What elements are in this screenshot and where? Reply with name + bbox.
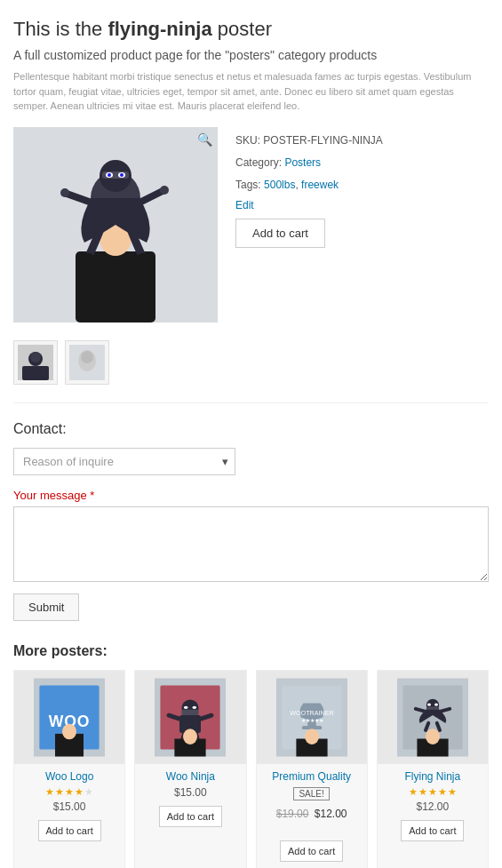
poster2-svg (155, 671, 226, 764)
add-to-cart-button[interactable]: Add to cart (235, 219, 325, 248)
category-link[interactable]: Posters (284, 156, 321, 169)
poster3-sale-badge: SALE! (293, 787, 329, 800)
poster3-sale-price: $12.00 (315, 808, 347, 820)
svg-point-53 (427, 703, 431, 705)
category-label: Category: (235, 156, 282, 169)
svg-point-8 (108, 173, 111, 177)
divider (13, 402, 489, 403)
svg-point-32 (184, 705, 188, 708)
more-posters-title: More posters: (13, 643, 489, 659)
product-sku: SKU: POSTER-FLYING-NINJA (235, 131, 489, 149)
product-details: SKU: POSTER-FLYING-NINJA Category: Poste… (235, 127, 489, 323)
poster2-add-button[interactable]: Add to cart (159, 806, 222, 827)
thumbnail-1[interactable] (13, 340, 58, 385)
sku-label: SKU: (235, 134, 260, 147)
svg-point-40 (183, 729, 197, 745)
star: ★ (55, 786, 64, 798)
message-label: Your message * (13, 489, 489, 502)
thumb2-svg (69, 345, 105, 380)
thumbnail-2[interactable] (65, 340, 109, 385)
lorem-text: Pellentesque habitant morbi tristique se… (13, 69, 489, 114)
star: ★ (428, 786, 437, 798)
svg-rect-31 (182, 709, 199, 714)
poster1-svg: WOO (34, 671, 105, 764)
star: ★ (409, 786, 418, 798)
page-title: This is the flying-ninja poster (13, 18, 489, 41)
poster4-name: Flying Ninja (378, 770, 488, 783)
title-bold: flying-ninja (108, 18, 211, 40)
svg-text:WOOTRAINER: WOOTRAINER (290, 709, 334, 717)
tag1-link[interactable]: 500lbs (264, 179, 295, 191)
poster3-name: Premium Quality (257, 770, 367, 783)
reason-select-wrapper: Reason of inquire General inquiry Produc… (13, 448, 235, 475)
page-subtitle: A full customized product page for the "… (13, 48, 489, 62)
poster4-price: $12.00 (378, 800, 488, 813)
svg-point-60 (426, 729, 440, 745)
reason-select[interactable]: Reason of inquire General inquiry Produc… (13, 448, 235, 475)
poster4-stars: ★ ★ ★ ★ ★ (378, 786, 488, 798)
message-required-mark: * (90, 489, 94, 502)
poster2-name: Woo Ninja (135, 770, 245, 783)
poster-card-img-1: WOO (14, 671, 124, 764)
poster1-add-button[interactable]: Add to cart (38, 820, 101, 841)
poster4-add-button[interactable]: Add to cart (401, 820, 464, 841)
poster3-add-button[interactable]: Add to cart (280, 840, 343, 862)
svg-point-48 (305, 729, 319, 745)
poster-card-img-3: WOOTRAINER ★★★★★ (257, 671, 367, 764)
svg-text:★★★★★: ★★★★★ (300, 718, 323, 723)
poster3-svg: WOOTRAINER ★★★★★ (276, 671, 347, 764)
contact-section: Contact: Reason of inquire General inqui… (13, 421, 489, 621)
submit-button[interactable]: Submit (13, 593, 79, 621)
star: ★ (65, 786, 74, 798)
edit-link[interactable]: Edit (235, 199, 489, 211)
star: ★ (45, 786, 54, 798)
poster-card-2[interactable]: Woo Ninja $15.00 Add to cart (134, 670, 246, 869)
svg-point-22 (81, 351, 93, 363)
posters-grid: WOO Woo Logo ★ ★ ★ ★ ★ $15.00 Add to car… (13, 670, 489, 869)
star: ★ (84, 786, 93, 798)
message-textarea[interactable] (13, 506, 489, 582)
product-image-container: 🔍 (13, 127, 218, 323)
svg-rect-19 (22, 366, 49, 380)
svg-point-27 (62, 723, 76, 739)
svg-rect-1 (76, 251, 155, 323)
svg-point-12 (60, 188, 69, 197)
svg-point-9 (120, 173, 124, 177)
poster1-stars: ★ ★ ★ ★ ★ (14, 786, 124, 798)
svg-point-18 (30, 352, 41, 362)
product-tags: Tags: 500lbs, freewek (235, 176, 489, 194)
poster3-price: $19.00 $12.00 (257, 808, 367, 820)
poster4-svg (397, 671, 468, 764)
star: ★ (438, 786, 447, 798)
tag2-link[interactable]: freewek (301, 179, 339, 191)
product-image-svg (13, 127, 218, 323)
product-main-image[interactable]: 🔍 (13, 127, 218, 323)
star: ★ (75, 786, 84, 798)
title-suffix: poster (212, 18, 272, 40)
zoom-icon[interactable]: 🔍 (197, 132, 212, 147)
poster1-price: $15.00 (14, 800, 124, 813)
poster-card-3[interactable]: WOOTRAINER ★★★★★ Premium Quality SALE! $… (256, 670, 368, 869)
svg-point-13 (160, 186, 169, 195)
message-label-text: Your message (13, 489, 87, 502)
svg-point-14 (82, 253, 94, 262)
star: ★ (418, 786, 427, 798)
title-prefix: This is the (13, 18, 108, 40)
svg-point-54 (434, 703, 438, 705)
svg-point-33 (193, 705, 197, 708)
poster1-name: Woo Logo (14, 770, 124, 783)
contact-title: Contact: (13, 421, 489, 437)
poster3-orig-price: $19.00 (276, 808, 309, 820)
sku-value: POSTER-FLYING-NINJA (263, 134, 382, 147)
thumb1-svg (18, 345, 53, 380)
poster3-sale-badge-wrap: SALE! (257, 786, 367, 804)
product-thumbnails (13, 340, 489, 385)
product-section: 🔍 SKU: POSTER-FLYING-NINJA Category: Pos… (13, 127, 489, 323)
star: ★ (448, 786, 457, 798)
poster-card-4[interactable]: Flying Ninja ★ ★ ★ ★ ★ $12.00 Add to car… (377, 670, 489, 869)
poster-card-img-4 (378, 671, 488, 764)
product-category: Category: Posters (235, 154, 489, 171)
more-posters-section: More posters: WOO Woo Logo ★ ★ ★ (13, 643, 489, 869)
svg-point-15 (137, 253, 149, 262)
poster-card-1[interactable]: WOO Woo Logo ★ ★ ★ ★ ★ $15.00 Add to car… (13, 670, 125, 869)
